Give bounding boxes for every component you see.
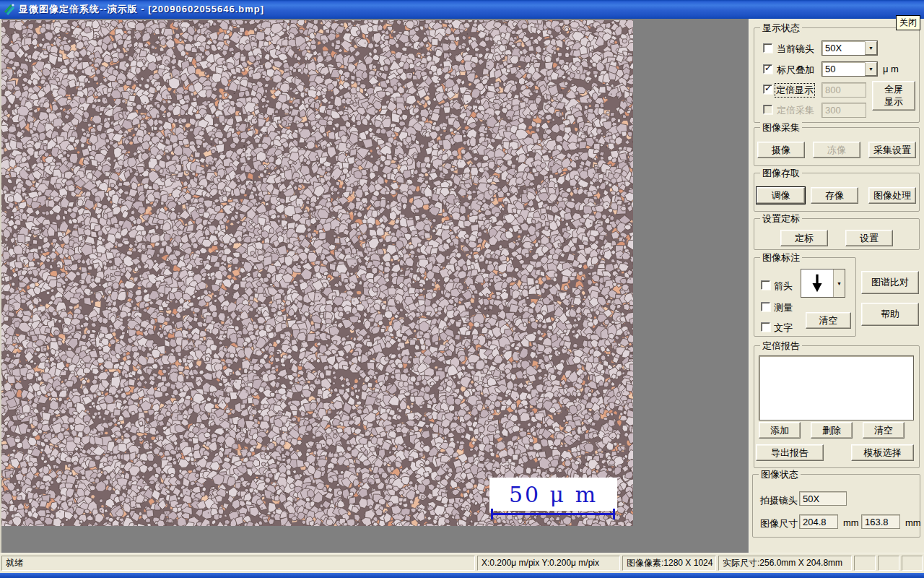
image-height-unit: mm — [905, 517, 921, 528]
chevron-down-icon[interactable] — [865, 41, 877, 55]
image-size-label: 图像尺寸 — [760, 517, 798, 530]
group-image-status-title: 图像状态 — [759, 468, 801, 481]
fixed-capture-label: 定倍采集 — [777, 104, 814, 117]
scale-value-combobox[interactable]: 50 — [821, 61, 878, 77]
image-width-input[interactable]: 204.8 — [799, 514, 838, 529]
group-calibration: 设置定标 — [754, 218, 920, 250]
scale-bar-rule — [491, 513, 615, 515]
shoot-lens-label: 拍摄镜头 — [760, 494, 798, 507]
group-report-title: 定倍报告 — [760, 340, 802, 353]
scale-bar-tick-right — [613, 509, 615, 519]
report-listbox[interactable] — [759, 355, 914, 420]
image-process-button[interactable]: 图像处理 — [868, 187, 916, 204]
annotation-clear-button[interactable]: 清空 — [806, 312, 851, 329]
group-storage-title: 图像存取 — [760, 167, 802, 180]
shoot-button[interactable]: 摄像 — [757, 142, 805, 158]
report-add-button[interactable]: 添加 — [759, 422, 801, 439]
group-display-status-title: 显示状态 — [760, 22, 802, 35]
current-lens-label: 当前镜头 — [777, 43, 814, 56]
image-height-input[interactable]: 163.8 — [861, 514, 900, 529]
status-empty-pane — [878, 556, 899, 571]
scale-bar: 50 μ m — [489, 478, 617, 511]
arrow-down-icon — [811, 272, 824, 294]
chevron-down-icon[interactable] — [865, 62, 877, 76]
measure-checkbox[interactable] — [761, 302, 770, 311]
status-bar: 就绪 X:0.200μ m/pix Y:0.200μ m/pix 图像像素:12… — [0, 553, 924, 573]
group-calibration-title: 设置定标 — [760, 212, 802, 225]
report-clear-button[interactable]: 清空 — [863, 422, 905, 439]
export-report-button[interactable]: 导出报告 — [756, 444, 824, 461]
chevron-down-icon[interactable] — [833, 269, 845, 297]
arrow-style-combobox[interactable] — [801, 269, 845, 298]
scale-unit-label: μ m — [883, 64, 899, 74]
window-titlebar: 显微图像定倍系统--演示版 - [20090602055646.bmp] — [0, 0, 924, 19]
scale-overlay-label: 标尺叠加 — [777, 64, 814, 77]
text-label: 文字 — [774, 322, 793, 335]
current-lens-checkbox[interactable] — [763, 43, 772, 53]
fixed-capture-checkbox — [763, 105, 772, 114]
help-button[interactable]: 帮助 — [861, 303, 919, 326]
status-image-pixels: 图像像素:1280 X 1024 — [622, 556, 716, 571]
window-bottom-border — [0, 573, 924, 578]
status-actual-size: 实际尺寸:256.0mm X 204.8mm — [718, 556, 852, 571]
atlas-compare-button[interactable]: 图谱比对 — [861, 271, 919, 294]
load-image-button[interactable]: 调像 — [757, 187, 805, 204]
scale-overlay-checkbox[interactable] — [763, 64, 772, 74]
capture-settings-button[interactable]: 采集设置 — [868, 142, 916, 158]
close-tooltip: 关闭 — [896, 15, 920, 30]
fixed-display-checkbox[interactable] — [763, 85, 772, 94]
setup-button[interactable]: 设置 — [845, 230, 893, 246]
group-annotation-title: 图像标注 — [760, 251, 802, 264]
fixed-display-label: 定倍显示 — [775, 83, 815, 98]
micrograph-image — [1, 20, 633, 526]
fullscreen-button[interactable]: 全屏显示 — [872, 81, 915, 111]
measure-label: 测量 — [774, 301, 793, 314]
scale-bar-label: 50 μ m — [509, 482, 598, 507]
calibrate-button[interactable]: 定标 — [780, 230, 828, 246]
status-empty-pane — [902, 556, 923, 571]
arrow-checkbox[interactable] — [761, 280, 770, 290]
status-empty-pane — [854, 556, 876, 571]
image-width-unit: mm — [843, 517, 859, 528]
report-delete-button[interactable]: 删除 — [811, 422, 853, 439]
app-icon — [3, 3, 16, 16]
arrow-label: 箭头 — [774, 280, 793, 293]
fixed-capture-input: 300 — [821, 103, 866, 118]
current-lens-combobox[interactable]: 50X — [821, 40, 878, 56]
window-title: 显微图像定倍系统--演示版 - [20090602055646.bmp] — [19, 3, 264, 16]
status-pixel-scale: X:0.200μ m/pix Y:0.200μ m/pix — [477, 556, 620, 571]
freeze-button: 冻像 — [813, 142, 860, 158]
control-panel: 显示状态 当前镜头 50X 标尺叠加 50 μ m 定倍显示 800 定倍采集 … — [749, 19, 924, 553]
scale-bar-line — [491, 509, 615, 519]
group-capture-title: 图像采集 — [760, 121, 802, 134]
client-area: 50 μ m 显示状态 当前镜头 50X 标尺叠加 50 μ m 定倍显示 80… — [0, 19, 924, 553]
template-select-button[interactable]: 模板选择 — [851, 444, 914, 461]
fixed-display-input: 800 — [821, 82, 866, 98]
status-ready: 就绪 — [1, 556, 475, 571]
save-image-button[interactable]: 存像 — [811, 187, 858, 204]
text-checkbox[interactable] — [761, 322, 770, 332]
shoot-lens-input[interactable]: 50X — [799, 491, 847, 506]
